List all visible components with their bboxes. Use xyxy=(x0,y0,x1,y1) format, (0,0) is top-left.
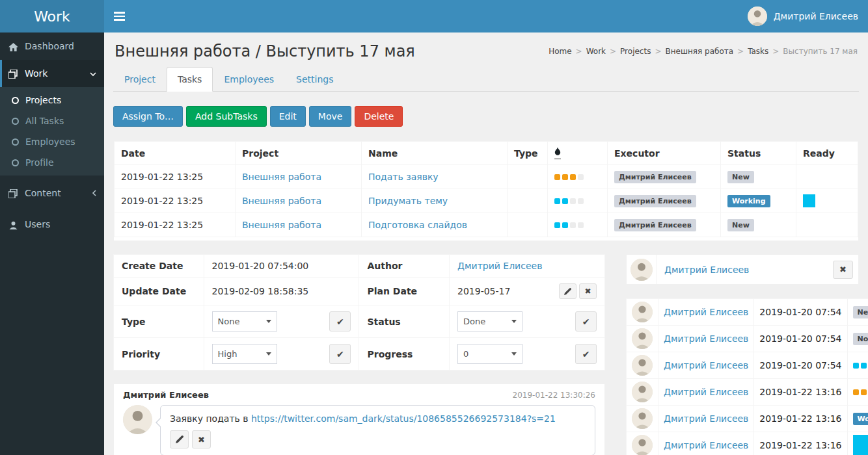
breadcrumb: Home> Work> Projects> Внешняя работа> Ta… xyxy=(549,47,858,56)
breadcrumb-project-name[interactable]: Внешняя работа xyxy=(665,47,733,56)
history-status-badge: New xyxy=(853,306,868,318)
tab-project[interactable]: Project xyxy=(113,67,167,92)
history-user-link[interactable]: Дмитрий Елисеев xyxy=(664,333,748,344)
col-header-date: Date xyxy=(115,142,236,165)
author-link[interactable]: Дмитрий Елисеев xyxy=(457,261,542,271)
status-select[interactable]: Done xyxy=(457,311,522,332)
table-row[interactable]: 2019-01-22 13:25 Внешняя работа Подать з… xyxy=(115,165,858,189)
history-avatar xyxy=(632,382,653,402)
history-date: 2019-01-22 13:16 xyxy=(754,406,847,432)
executor-box: Дмитрий Елисеев ✖ xyxy=(626,254,859,285)
sidebar-item-label: Dashboard xyxy=(25,41,74,51)
col-header-priority xyxy=(548,142,608,165)
page-title: Внешняя работа / Выступить 17 мая xyxy=(115,42,415,60)
sidebar-item-projects[interactable]: Projects xyxy=(0,90,104,110)
clear-plan-date-button[interactable]: ✖ xyxy=(579,283,597,299)
add-subtasks-button[interactable]: Add SubTasks xyxy=(186,106,267,127)
breadcrumb-tasks[interactable]: Tasks xyxy=(748,47,768,56)
history-user-link[interactable]: Дмитрий Елисеев xyxy=(664,440,748,450)
apply-progress-button[interactable]: ✔ xyxy=(575,344,597,364)
tab-tasks[interactable]: Tasks xyxy=(167,67,213,92)
ready-progress xyxy=(803,194,851,207)
create-date-value: 2019-01-20 07:54:00 xyxy=(204,255,359,278)
move-button[interactable]: Move xyxy=(309,106,352,127)
task-name-link[interactable]: Подготовка слайдов xyxy=(368,220,467,230)
col-header-project: Project xyxy=(236,142,362,165)
edit-button[interactable]: Edit xyxy=(270,106,306,127)
sidebar-toggle-icon[interactable] xyxy=(114,0,140,32)
priority-select[interactable]: High xyxy=(212,344,277,364)
edit-plan-date-button[interactable] xyxy=(559,283,576,299)
caret-down-icon xyxy=(511,352,517,356)
apply-status-button[interactable]: ✔ xyxy=(575,311,597,332)
progress-select[interactable]: 0 xyxy=(457,344,522,364)
history-user-link[interactable]: Дмитрий Елисеев xyxy=(664,413,748,424)
app-window: Work Дмитрий Елисеев Dashboard Work xyxy=(0,0,868,455)
col-header-type: Type xyxy=(508,142,548,165)
task-name-link[interactable]: Подать заявку xyxy=(368,172,439,182)
delete-comment-button[interactable]: ✖ xyxy=(192,430,211,448)
chevron-down-icon xyxy=(90,68,96,79)
breadcrumb-home[interactable]: Home xyxy=(549,47,571,56)
executor-badge: Дмитрий Елисеев xyxy=(614,195,696,207)
comment-item: Дмитрий Елисеев 2019-01-22 13:30:26 Заяв… xyxy=(113,384,605,455)
breadcrumb-projects[interactable]: Projects xyxy=(620,47,651,56)
circle-icon xyxy=(12,97,19,104)
apply-type-button[interactable]: ✔ xyxy=(329,311,351,332)
task-date: 2019-01-22 13:25 xyxy=(115,189,236,213)
tasks-table: Date Project Name Type Executor Status R… xyxy=(114,141,858,237)
sidebar-item-work[interactable]: Work xyxy=(0,60,104,87)
executor-avatar xyxy=(631,259,653,281)
tab-employees[interactable]: Employees xyxy=(213,67,285,92)
breadcrumb-work[interactable]: Work xyxy=(586,47,606,56)
project-link[interactable]: Внешняя работа xyxy=(242,196,321,206)
sidebar-item-users[interactable]: Users xyxy=(0,211,104,238)
sidebar-item-content[interactable]: Content xyxy=(0,179,104,207)
task-date: 2019-01-22 13:25 xyxy=(115,165,236,189)
priority-squares xyxy=(554,174,584,180)
caret-down-icon xyxy=(266,320,271,323)
detail-label: Priority xyxy=(114,338,204,370)
history-row: Дмитрий Елисеев 2019-01-20 07:54 xyxy=(627,352,868,379)
history-priority-squares xyxy=(853,389,868,395)
sidebar-item-dashboard[interactable]: Dashboard xyxy=(0,32,104,60)
sidebar-item-label: Users xyxy=(25,219,50,229)
flame-icon[interactable] xyxy=(554,147,561,159)
task-toolbar: Assign To… Add SubTasks Edit Move Delete xyxy=(113,106,859,127)
history-user-link[interactable]: Дмитрий Елисеев xyxy=(664,307,748,317)
history-priority-squares xyxy=(853,363,868,369)
task-name-link[interactable]: Придумать тему xyxy=(368,196,448,206)
table-row[interactable]: 2019-01-22 13:25 Внешняя работа Придумат… xyxy=(115,189,858,213)
tab-settings[interactable]: Settings xyxy=(285,67,344,92)
apply-priority-button[interactable]: ✔ xyxy=(329,344,351,364)
update-date-value: 2019-02-09 18:58:35 xyxy=(204,278,359,306)
circle-icon xyxy=(12,138,19,146)
user-menu[interactable]: Дмитрий Елисеев xyxy=(748,6,858,26)
history-user-link[interactable]: Дмитрий Елисеев xyxy=(664,387,748,397)
top-navbar: Дмитрий Елисеев xyxy=(104,0,868,32)
type-select[interactable]: None xyxy=(212,311,277,332)
project-link[interactable]: Внешняя работа xyxy=(242,220,321,230)
remove-executor-button[interactable]: ✖ xyxy=(833,261,853,279)
comment-text: Заявку подать в xyxy=(170,413,251,424)
history-date: 2019-01-22 13:16 xyxy=(754,379,847,406)
history-avatar xyxy=(632,328,653,349)
project-link[interactable]: Внешняя работа xyxy=(242,172,321,182)
executor-name-link[interactable]: Дмитрий Елисеев xyxy=(664,265,749,275)
assign-to-button[interactable]: Assign To… xyxy=(113,106,183,127)
history-table: Дмитрий Елисеев 2019-01-20 07:54 New Дми… xyxy=(626,298,868,455)
files-icon xyxy=(8,188,18,198)
delete-button[interactable]: Delete xyxy=(355,106,403,127)
edit-comment-button[interactable] xyxy=(170,430,189,448)
sidebar-item-employees[interactable]: Employees xyxy=(0,131,104,152)
col-header-name: Name xyxy=(362,142,508,165)
history-user-link[interactable]: Дмитрий Елисеев xyxy=(664,360,748,370)
comment-link[interactable]: https://twitter.com/sam_dark/status/1086… xyxy=(251,413,556,424)
brand-logo[interactable]: Work xyxy=(0,0,104,32)
sidebar-item-all-tasks[interactable]: All Tasks xyxy=(0,110,104,131)
sidebar-item-label: Profile xyxy=(25,157,54,168)
history-row: Дмитрий Елисеев 2019-01-20 07:54 None xyxy=(627,326,868,352)
sidebar-item-profile[interactable]: Profile xyxy=(0,152,104,173)
table-row[interactable]: 2019-01-22 13:25 Внешняя работа Подготов… xyxy=(115,213,858,237)
sidebar-item-label: Employees xyxy=(25,136,75,147)
